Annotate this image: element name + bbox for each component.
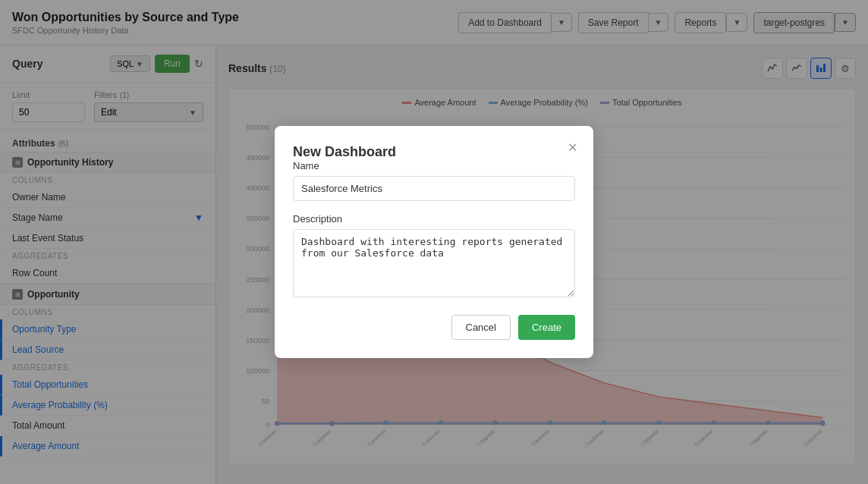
description-label: Description [293, 213, 575, 225]
description-textarea[interactable]: Dashboard with interesting reports gener… [293, 229, 575, 297]
name-label: Name [293, 160, 575, 171]
create-button[interactable]: Create [518, 315, 575, 340]
modal-close-button[interactable]: ✕ [563, 138, 581, 156]
name-input[interactable] [293, 176, 575, 201]
modal-overlay[interactable]: New Dashboard ✕ Name Description Dashboa… [0, 0, 868, 484]
name-form-group: Name [293, 160, 575, 201]
new-dashboard-modal: New Dashboard ✕ Name Description Dashboa… [275, 126, 593, 358]
modal-title: New Dashboard [293, 144, 396, 159]
modal-footer: Cancel Create [293, 315, 575, 340]
description-form-group: Description Dashboard with interesting r… [293, 213, 575, 300]
cancel-button[interactable]: Cancel [451, 315, 511, 340]
